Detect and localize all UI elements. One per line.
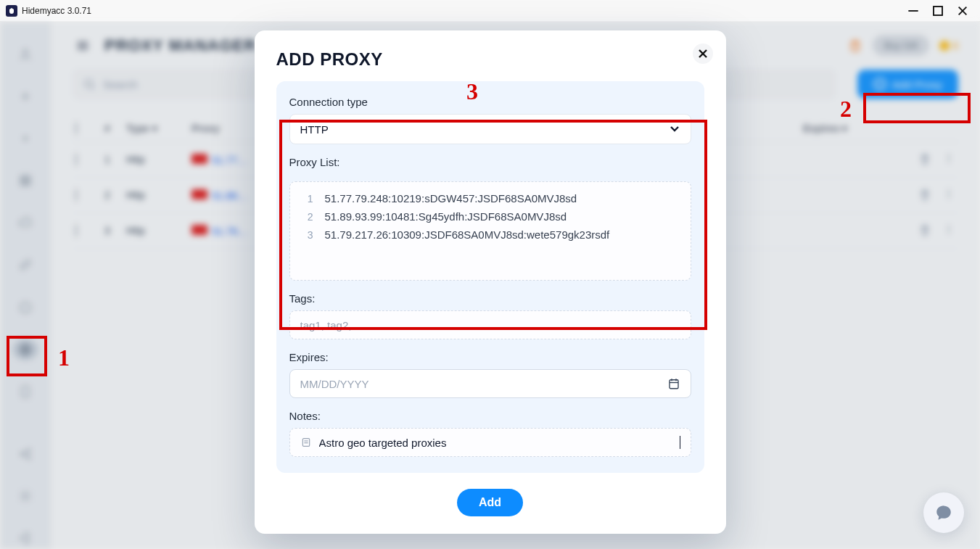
svg-rect-29: [670, 380, 678, 389]
annotation-label-2: 2: [840, 96, 852, 123]
window-maximize-button[interactable]: [932, 5, 944, 17]
modal-close-button[interactable]: [693, 44, 713, 64]
svg-rect-33: [302, 439, 309, 447]
annotation-box-3: [279, 120, 707, 330]
svg-rect-1: [934, 7, 942, 15]
calendar-icon[interactable]: [667, 377, 680, 390]
connection-type-label: Connection type: [289, 96, 691, 108]
text-cursor: [680, 436, 680, 449]
notes-label: Notes:: [289, 410, 691, 422]
window-minimize-button[interactable]: [907, 5, 919, 17]
window-title: Hidemyacc 3.0.71: [22, 6, 91, 16]
chat-fab-button[interactable]: [923, 492, 964, 533]
app-logo-icon: [6, 5, 17, 17]
modal-title: ADD PROXY: [276, 49, 704, 70]
annotation-box-2: [863, 93, 971, 123]
window-titlebar: Hidemyacc 3.0.71: [0, 0, 980, 22]
expires-input-wrap: [289, 369, 691, 398]
add-button[interactable]: Add: [457, 489, 523, 516]
note-icon: [300, 437, 312, 448]
notes-input[interactable]: [319, 437, 672, 449]
annotation-label-1: 1: [58, 344, 70, 371]
window-close-button[interactable]: [957, 5, 968, 17]
expires-input[interactable]: [300, 378, 660, 390]
notes-input-wrap: [289, 428, 691, 457]
expires-label: Expires:: [289, 351, 691, 363]
annotation-label-3: 3: [466, 78, 478, 105]
annotation-box-1: [7, 336, 47, 376]
